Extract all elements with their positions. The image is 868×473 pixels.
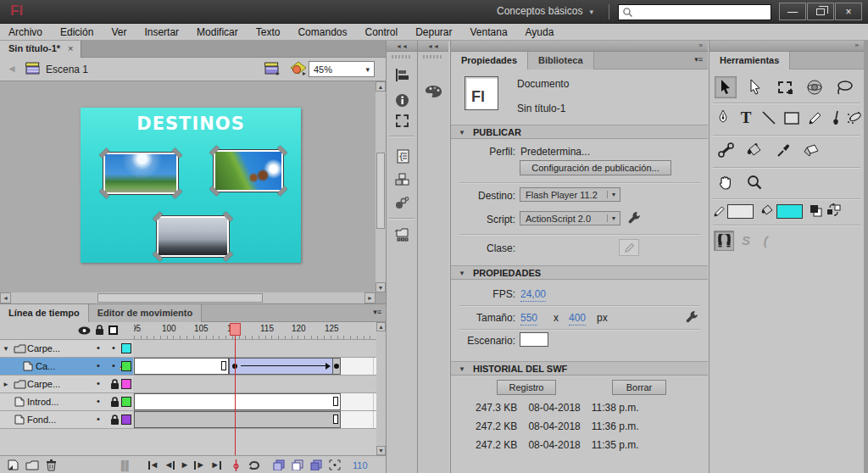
scene-name[interactable]: Escena 1 — [46, 64, 88, 75]
tab-editor-de-movimiento[interactable]: Editor de movimiento — [89, 304, 202, 322]
tween-span[interactable] — [229, 358, 337, 375]
subselection-tool[interactable] — [744, 76, 766, 98]
expand-arrow-icon[interactable]: ► — [0, 381, 12, 388]
code-snippets-panel-icon[interactable]: { — [393, 147, 411, 164]
visibility-dot[interactable]: • — [97, 360, 100, 370]
collapse-to-icons-icon[interactable]: » — [699, 42, 703, 49]
menu-modificar[interactable]: Modificar — [197, 26, 238, 38]
stroke-color-swatch[interactable] — [727, 204, 754, 219]
lock-icon[interactable] — [110, 379, 120, 390]
play-button[interactable]: ► — [180, 460, 189, 470]
layer-color-swatch[interactable] — [121, 397, 131, 407]
document-tab[interactable]: Sin título-1* × — [0, 41, 81, 58]
stage-width-value[interactable]: 550 — [520, 312, 537, 326]
wrench-icon[interactable] — [685, 309, 699, 324]
menu-ayuda[interactable]: Ayuda — [526, 26, 554, 38]
scroll-down-icon[interactable]: ▼ — [376, 446, 386, 455]
borrar-button[interactable]: Borrar — [612, 380, 666, 395]
close-icon[interactable]: × — [68, 43, 73, 58]
current-frame-value[interactable]: 110 — [353, 460, 368, 470]
wrench-icon[interactable] — [627, 210, 642, 225]
photo-clouds-mountain[interactable] — [157, 216, 229, 257]
new-folder-button[interactable] — [25, 460, 39, 470]
panel-menu-icon[interactable]: ▾≡ — [373, 308, 381, 316]
tab-linea-de-tiempo[interactable]: Línea de tiempo — [0, 304, 89, 322]
bone-tool[interactable] — [715, 139, 737, 161]
stage-height-value[interactable]: 400 — [569, 312, 586, 326]
scrollbar-thumb[interactable] — [97, 293, 263, 303]
edit-symbols-icon[interactable] — [290, 61, 307, 76]
lock-icon[interactable] — [110, 415, 120, 426]
components-panel-icon[interactable] — [393, 171, 411, 188]
layer-name[interactable]: Ca... — [36, 361, 118, 371]
layer-row-carpeta-1[interactable]: ▼ Carpe... • • — [0, 340, 386, 358]
collapse-to-icons-icon[interactable]: » — [855, 42, 859, 49]
scrollbar-thumb[interactable] — [376, 153, 385, 229]
deco-tool[interactable] — [843, 107, 865, 129]
photo-horses-hillside[interactable] — [214, 150, 283, 192]
paint-bucket-tool[interactable] — [743, 139, 765, 161]
frame-track[interactable] — [134, 376, 386, 392]
color-panel-icon[interactable] — [425, 83, 442, 100]
free-transform-tool[interactable] — [774, 76, 796, 98]
new-layer-button[interactable] — [7, 459, 19, 470]
rectangle-tool[interactable] — [781, 107, 803, 129]
info-panel-icon[interactable] — [393, 92, 411, 109]
tab-propiedades[interactable]: Propiedades — [451, 52, 528, 70]
search-input[interactable] — [618, 4, 771, 20]
back-icon[interactable]: ◄ — [7, 63, 17, 75]
component-inspector-panel-icon[interactable] — [393, 194, 411, 211]
edit-scene-icon[interactable] — [264, 61, 281, 75]
keyframe-dot[interactable] — [334, 364, 339, 369]
step-back-button[interactable]: ◄ — [164, 460, 175, 470]
collapse-panels-icon[interactable]: ◄◄ — [387, 41, 417, 52]
stage-color-swatch[interactable] — [520, 332, 548, 347]
stage-canvas[interactable]: DESTINOS — [81, 108, 301, 263]
scroll-up-icon[interactable]: ▲ — [376, 81, 386, 92]
delete-layer-button[interactable] — [46, 459, 57, 471]
lock-icon[interactable] — [110, 397, 120, 408]
section-publicar[interactable]: ▼ PUBLICAR — [451, 125, 708, 139]
dock-gripper[interactable] — [392, 55, 412, 58]
menu-ventana[interactable]: Ventana — [470, 26, 508, 38]
default-colors-icon[interactable] — [810, 204, 822, 217]
swap-colors-icon[interactable] — [826, 203, 841, 217]
onion-skin-button[interactable] — [273, 459, 285, 470]
end-keyframe-marker[interactable] — [333, 397, 338, 406]
stage-vertical-scrollbar[interactable]: ▲ ▼ — [376, 81, 386, 292]
layer-row-introduccion[interactable]: Introd... • — [0, 393, 386, 411]
center-playhead-button[interactable] — [233, 459, 239, 471]
frame-span[interactable] — [134, 358, 229, 375]
script-dropdown[interactable]: ActionScript 2.0 ▾ — [520, 211, 620, 225]
outline-color-icon[interactable] — [108, 326, 118, 335]
hand-tool[interactable] — [715, 171, 737, 193]
lock-icon[interactable] — [95, 325, 104, 336]
scroll-down-icon[interactable]: ▼ — [376, 282, 386, 292]
fps-value[interactable]: 24,00 — [520, 288, 546, 302]
menu-texto[interactable]: Texto — [256, 26, 281, 38]
step-forward-button[interactable]: ► — [194, 460, 205, 470]
restore-button[interactable] — [807, 3, 834, 20]
stage-title-text[interactable]: DESTINOS — [81, 113, 301, 134]
zoom-level-combo[interactable]: 45% ▾ — [309, 61, 375, 77]
frame-span[interactable] — [134, 393, 341, 410]
lock-dot[interactable]: • — [112, 342, 115, 353]
onion-skin-outlines-button[interactable] — [292, 459, 303, 470]
line-tool[interactable] — [758, 107, 780, 129]
end-keyframe-marker[interactable] — [333, 415, 338, 424]
edit-multiple-frames-button[interactable] — [310, 459, 322, 470]
workspace-switcher[interactable]: Conceptos básicos▾ — [497, 5, 593, 17]
tab-herramientas[interactable]: Herramientas — [709, 52, 790, 70]
stage-horizontal-scrollbar[interactable]: ◄ ► — [0, 292, 376, 303]
eraser-tool[interactable] — [799, 139, 821, 161]
panel-menu-icon[interactable]: ▾≡ — [694, 55, 703, 64]
destino-dropdown[interactable]: Flash Player 11.2 ▾ — [520, 187, 620, 202]
fill-color-swatch[interactable] — [776, 204, 803, 219]
loop-button[interactable] — [246, 460, 263, 470]
clase-edit-button[interactable] — [619, 239, 639, 256]
lasso-tool[interactable] — [833, 76, 855, 98]
pencil-tool[interactable] — [804, 107, 826, 129]
scroll-right-icon[interactable]: ► — [364, 292, 376, 303]
visibility-dot[interactable]: • — [97, 396, 100, 406]
close-button[interactable]: × — [835, 3, 862, 20]
